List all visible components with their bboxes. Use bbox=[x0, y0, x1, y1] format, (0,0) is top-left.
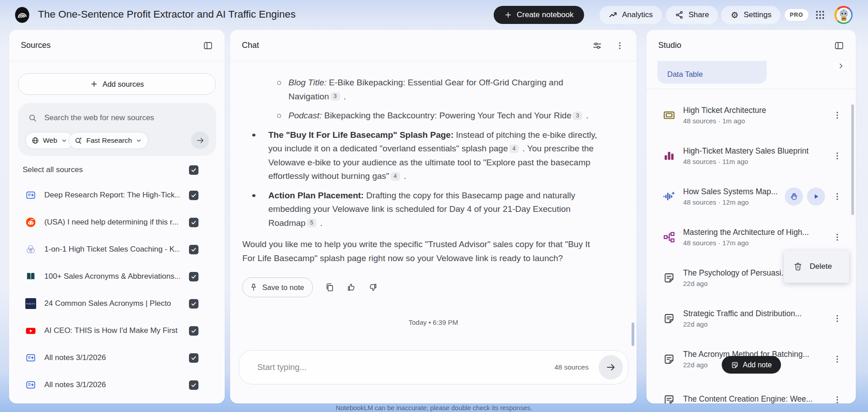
chat-input-box[interactable]: Start typing... 48 sources bbox=[239, 350, 628, 384]
disclaimer-text: NotebookLM can be inaccurate; please dou… bbox=[0, 404, 868, 412]
collapse-panel-icon[interactable] bbox=[834, 41, 844, 51]
citation-chip[interactable]: 3 bbox=[330, 92, 340, 101]
report-icon bbox=[663, 353, 675, 365]
chat-input-placeholder[interactable]: Start typing... bbox=[257, 362, 554, 372]
studio-item[interactable]: High-Ticket Mastery Sales Blueprint48 so… bbox=[646, 136, 856, 176]
chat-scrollbar[interactable] bbox=[632, 323, 634, 346]
user-avatar[interactable] bbox=[835, 6, 853, 24]
apps-grid-icon[interactable] bbox=[815, 9, 826, 20]
source-row[interactable]: Deep Research Report: The High-Tick... bbox=[9, 182, 225, 209]
studio-scrolled-region: Data Table bbox=[646, 61, 856, 89]
web-filter-dropdown[interactable]: Web bbox=[25, 132, 74, 149]
studio-item-title: Strategic Traffic and Distribution... bbox=[683, 309, 825, 318]
chat-sub-bullet: Podcast: Bikepacking the Backcountry: Po… bbox=[230, 109, 637, 123]
source-row[interactable]: All notes 3/1/2026 bbox=[9, 371, 225, 398]
studio-item[interactable]: Strategic Traffic and Distribution...22d… bbox=[646, 298, 856, 339]
note-source-icon bbox=[25, 379, 36, 390]
chat-more-options-icon[interactable] bbox=[615, 41, 625, 51]
source-checkbox[interactable] bbox=[189, 218, 198, 227]
source-row[interactable]: PLECTO24 Common Sales Acronyms | Plecto bbox=[9, 290, 225, 317]
more-options-icon[interactable] bbox=[832, 354, 842, 364]
avatar-image bbox=[836, 8, 851, 23]
more-options-icon[interactable] bbox=[832, 192, 842, 201]
sources-panel: Sources Add sources Search the web for n… bbox=[9, 30, 225, 403]
source-row[interactable]: 1-on-1 High Ticket Sales Coaching - K... bbox=[9, 236, 225, 263]
more-options-icon[interactable] bbox=[832, 232, 842, 242]
send-message-button[interactable] bbox=[599, 355, 623, 379]
bullet-marker bbox=[252, 134, 255, 137]
select-all-checkbox[interactable] bbox=[189, 165, 198, 175]
add-sources-button[interactable]: Add sources bbox=[18, 73, 216, 95]
assistant-message: Blog Title: E-Bike Bikepacking: Essentia… bbox=[230, 76, 637, 265]
settings-button[interactable]: ⚙ Settings bbox=[721, 6, 780, 24]
source-row[interactable]: 100+ Sales Acronyms & Abbreviations... bbox=[9, 263, 225, 290]
studio-header: Studio bbox=[646, 30, 856, 61]
search-icon bbox=[28, 113, 37, 122]
checkmark-icon bbox=[190, 328, 197, 334]
chat-text: Podcast: Bikepacking the Backcountry: Po… bbox=[288, 109, 605, 123]
chevron-down-icon bbox=[135, 137, 142, 144]
report-icon bbox=[663, 272, 675, 284]
fast-research-icon bbox=[75, 136, 83, 145]
select-all-label: Select all sources bbox=[23, 165, 83, 174]
divider bbox=[9, 61, 225, 61]
more-options-icon[interactable] bbox=[832, 314, 842, 323]
source-checkbox[interactable] bbox=[189, 245, 198, 254]
studio-item[interactable]: How Sales Systems Map...48 sources · 12m… bbox=[646, 176, 856, 217]
add-note-label: Add note bbox=[743, 361, 772, 369]
notebooklm-logo[interactable] bbox=[14, 6, 31, 23]
save-to-note-button[interactable]: Save to note bbox=[242, 277, 313, 297]
citation-chip[interactable]: 4 bbox=[391, 172, 400, 181]
analytics-icon bbox=[609, 10, 618, 19]
data-table-card[interactable]: Data Table bbox=[657, 61, 767, 84]
citation-chip[interactable]: 4 bbox=[509, 145, 519, 153]
citation-chip[interactable]: 3 bbox=[573, 112, 582, 120]
source-title: 24 Common Sales Acronyms | Plecto bbox=[44, 299, 171, 308]
studio-scrollbar[interactable] bbox=[851, 104, 854, 215]
thumb-down-icon[interactable] bbox=[368, 282, 378, 292]
more-options-icon[interactable] bbox=[832, 395, 842, 403]
data-table-open-button[interactable] bbox=[832, 61, 849, 71]
create-notebook-button[interactable]: Create notebook bbox=[494, 6, 584, 24]
svg-text:PLECTO: PLECTO bbox=[26, 303, 35, 305]
source-row[interactable]: (USA) I need help determining if this r.… bbox=[9, 209, 225, 236]
thumb-up-icon[interactable] bbox=[346, 282, 356, 292]
analytics-button[interactable]: Analytics bbox=[599, 6, 662, 24]
studio-item-title: Mastering the Architecture of High... bbox=[683, 228, 825, 237]
source-row[interactable]: AI CEO: THIS is How I'd Make My First ..… bbox=[9, 317, 225, 344]
add-note-button[interactable]: Add note bbox=[722, 356, 781, 374]
interactive-mode-button[interactable] bbox=[785, 187, 803, 206]
chat-header: Chat bbox=[230, 30, 637, 61]
source-checkbox[interactable] bbox=[189, 380, 198, 390]
source-row[interactable]: All notes 3/1/2026 bbox=[9, 344, 225, 371]
pro-badge: PRO bbox=[785, 9, 808, 21]
top-bar: The One-Sentence Profit Extractor and AI… bbox=[0, 0, 868, 30]
globe-icon bbox=[31, 136, 39, 145]
checkmark-icon bbox=[190, 167, 197, 173]
source-title: Deep Research Report: The High-Tick... bbox=[44, 191, 180, 200]
chat-bullet: Action Plan Placement: Drafting the copy… bbox=[230, 189, 637, 230]
studio-item[interactable]: The Content Creation Engine: Wee... bbox=[646, 379, 856, 403]
mindmap-icon bbox=[663, 231, 675, 243]
studio-item[interactable]: High Ticket Architecture48 sources · 1m … bbox=[646, 95, 856, 136]
search-submit-button[interactable] bbox=[191, 131, 209, 149]
source-checkbox[interactable] bbox=[189, 299, 198, 309]
citation-chip[interactable]: 5 bbox=[307, 219, 316, 227]
source-checkbox[interactable] bbox=[189, 353, 198, 363]
search-input[interactable]: Search the web for new sources bbox=[28, 110, 209, 126]
copy-icon[interactable] bbox=[325, 282, 335, 292]
more-options-icon[interactable] bbox=[832, 151, 842, 161]
source-checkbox[interactable] bbox=[189, 191, 198, 200]
source-checkbox[interactable] bbox=[189, 272, 198, 281]
collapse-panel-icon[interactable] bbox=[203, 41, 213, 51]
studio-item-subtitle: 48 sources · 17m ago bbox=[683, 239, 825, 247]
more-options-icon[interactable] bbox=[832, 110, 842, 120]
share-button[interactable]: Share bbox=[666, 6, 718, 24]
delete-menu-item[interactable]: Delete bbox=[784, 250, 849, 283]
research-mode-dropdown[interactable]: Fast Research bbox=[69, 132, 148, 149]
source-title: All notes 3/1/2026 bbox=[44, 380, 106, 389]
chat-settings-icon[interactable] bbox=[592, 41, 602, 51]
source-title: AI CEO: THIS is How I'd Make My First ..… bbox=[44, 326, 180, 335]
play-audio-button[interactable] bbox=[807, 187, 825, 206]
source-checkbox[interactable] bbox=[189, 326, 198, 336]
